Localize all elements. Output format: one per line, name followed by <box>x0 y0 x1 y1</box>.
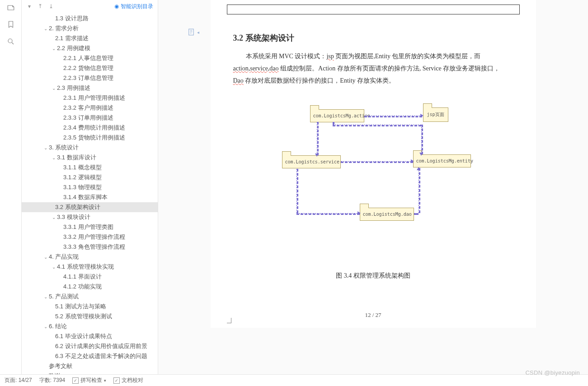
outline-item-label: 3.1.4 数据库脚本 <box>63 193 108 201</box>
outline-item[interactable]: 3.1.1 概念模型 <box>22 163 158 172</box>
pkg-dao: com.LogistcsMg.dao <box>360 208 414 221</box>
document-page: ◂ 3.2 系统架构设计 本系统采用 MVC 设计模式：jsp 页面为视图层,E… <box>211 0 536 328</box>
outline-item-label: 2.2.2 货物信息管理 <box>63 64 113 72</box>
outline-item[interactable]: 6.2 设计成果的实用价值或应用前景 <box>22 341 158 351</box>
outline-item[interactable]: 3.3.3 角色管理操作流程 <box>22 242 158 252</box>
outline-item-label: 6.2 设计成果的实用价值或应用前景 <box>55 342 147 350</box>
outline-item-label: 3.1 数据库设计 <box>57 153 96 162</box>
outline-item[interactable]: ⌄2.2 用例建模 <box>22 43 158 53</box>
outline-item[interactable]: 2.3.1 用户管理用例描述 <box>22 93 158 103</box>
chevron-down-icon[interactable]: ⌄ <box>51 265 57 270</box>
outline-item-label: 2.1 需求描述 <box>55 34 89 42</box>
outline-item[interactable]: 3.2 系统架构设计 <box>22 202 158 212</box>
bookmark-icon[interactable] <box>6 20 15 29</box>
status-bar: 页面: 14/27 字数: 7394 ✓ 拼写检查 ▾ ✓ 文档校对 <box>0 374 588 386</box>
smart-outline-button[interactable]: ◉ 智能识别目录 <box>114 3 153 10</box>
chevron-down-icon[interactable]: ⌄ <box>51 215 57 220</box>
outline-item[interactable]: 6.1 毕业设计成果特点 <box>22 331 158 341</box>
outline-item[interactable]: 5.1 测试方法与策略 <box>22 302 158 312</box>
document-viewport[interactable]: ◂ 3.2 系统架构设计 本系统采用 MVC 设计模式：jsp 页面为视图层,E… <box>158 0 588 386</box>
outline-item[interactable]: 2.2.3 订单信息管理 <box>22 73 158 83</box>
pkg-action: com.LogistcsMg.action <box>310 109 364 122</box>
page-break-mark <box>227 318 231 323</box>
status-spellcheck[interactable]: ✓ 拼写检查 ▾ <box>72 377 106 384</box>
expand-up-icon[interactable]: ⤒ <box>37 3 43 9</box>
outline-sidebar: ▾ ⤒ ⤓ ◉ 智能识别目录 1.3 设计思路⌄2. 需求分析2.1 需求描述⌄… <box>22 0 158 386</box>
chevron-down-icon[interactable]: ⌄ <box>51 46 57 51</box>
outline-item-label: 5.1 测试方法与策略 <box>55 302 106 311</box>
outline-item[interactable]: 2.3.4 费用统计用例描述 <box>22 123 158 133</box>
status-proofread[interactable]: ✓ 文档校对 <box>113 377 143 384</box>
outline-item-label: 6.3 不足之处或遗留未予解决的问题 <box>55 352 147 360</box>
svg-point-0 <box>8 39 12 43</box>
outline-item[interactable]: 1.3 设计思路 <box>22 14 158 23</box>
sidebar-toolbar: ▾ ⤒ ⤓ ◉ 智能识别目录 <box>22 0 158 13</box>
outline-item-label: 6.1 毕业设计成果特点 <box>55 332 112 340</box>
outline-item[interactable]: ⌄3.1 数据库设计 <box>22 153 158 163</box>
outline-item[interactable]: 2.3.3 订单用例描述 <box>22 113 158 123</box>
outline-item[interactable]: 3.1.2 逻辑模型 <box>22 172 158 182</box>
chevron-down-icon[interactable]: ⌄ <box>42 255 49 260</box>
outline-item-label: 2.3.5 货物统计用例描述 <box>63 134 125 142</box>
outline-list[interactable]: 1.3 设计思路⌄2. 需求分析2.1 需求描述⌄2.2 用例建模2.2.1 人… <box>22 13 158 386</box>
outline-item-label: 4.1.1 界面设计 <box>63 273 102 281</box>
outline-item[interactable]: 2.3.2 客户用例描述 <box>22 103 158 113</box>
outline-item-label: 4.1.2 功能实现 <box>63 283 102 291</box>
check-icon: ✓ <box>113 377 120 384</box>
chevron-down-icon[interactable]: ⌄ <box>42 145 49 150</box>
outline-item[interactable]: 4.1.1 界面设计 <box>22 272 158 282</box>
outline-item[interactable]: 2.2.1 人事信息管理 <box>22 53 158 63</box>
outline-item-label: 3.3.2 用户管理操作流程 <box>63 233 125 241</box>
chevron-down-icon[interactable]: ⌄ <box>42 324 49 329</box>
outline-item[interactable]: ⌄3. 系统设计 <box>22 143 158 153</box>
chevron-down-icon[interactable]: ⌄ <box>42 294 49 299</box>
outline-item[interactable]: 3.1.4 数据库脚本 <box>22 192 158 202</box>
outline-item-label: 3.3.1 用户管理类图 <box>63 223 113 231</box>
outline-item[interactable]: 参考文献 <box>22 361 158 371</box>
search-icon[interactable] <box>6 37 15 46</box>
outline-item[interactable]: 4.1.2 功能实现 <box>22 282 158 292</box>
outline-item[interactable]: ⌄4.1 系统管理模块实现 <box>22 262 158 272</box>
outline-item-label: 4. 产品实现 <box>49 253 79 261</box>
outline-item-label: 2.2.3 订单信息管理 <box>63 74 113 82</box>
outline-item-label: 2. 需求分析 <box>49 24 79 33</box>
chevron-down-icon[interactable]: ⌄ <box>51 86 57 91</box>
outline-item[interactable]: 6.3 不足之处或遗留未予解决的问题 <box>22 351 158 361</box>
page-mark-icon[interactable]: ◂ <box>187 28 195 37</box>
page-number: 12 / 27 <box>211 312 536 319</box>
check-icon: ✓ <box>72 377 79 384</box>
expand-down-icon[interactable]: ⤓ <box>48 3 54 9</box>
pkg-jsp: jsp页面 <box>423 107 448 122</box>
body-paragraph: Dao 存放对底层数据经行操作的接口，Entity 存放实体类。 <box>233 75 513 86</box>
outline-item-label: 1.3 设计思路 <box>55 14 89 23</box>
outline-item[interactable]: ⌄4. 产品实现 <box>22 252 158 262</box>
outline-item[interactable]: 2.3.5 货物统计用例描述 <box>22 133 158 143</box>
outline-item[interactable]: ⌄2.3 用例描述 <box>22 83 158 93</box>
chevron-down-icon[interactable]: ⌄ <box>51 155 57 160</box>
status-word-count[interactable]: 字数: 7394 <box>39 377 65 384</box>
outline-item-label: 参考文献 <box>49 362 72 370</box>
outline-item[interactable]: 2.2.2 货物信息管理 <box>22 63 158 73</box>
collapse-icon[interactable]: ▾ <box>26 3 33 9</box>
outline-item-label: 6. 结论 <box>49 322 67 330</box>
outline-item[interactable]: ⌄6. 结论 <box>22 321 158 331</box>
architecture-diagram: com.LogistcsMg.action jsp页面 com.Logistcs… <box>278 109 468 245</box>
outline-item-label: 2.3 用例描述 <box>57 84 90 92</box>
outline-item[interactable]: 2.1 需求描述 <box>22 33 158 43</box>
outline-item-label: 4.1 系统管理模块实现 <box>57 263 114 271</box>
outline-item[interactable]: 3.3.2 用户管理操作流程 <box>22 232 158 242</box>
outline-item[interactable]: ⌄3.3 模块设计 <box>22 212 158 222</box>
chip-icon: ◉ <box>114 3 119 9</box>
svg-rect-1 <box>188 29 193 35</box>
outline-item[interactable]: ⌄2. 需求分析 <box>22 23 158 33</box>
outline-item[interactable]: 5.2 系统管理模块测试 <box>22 312 158 321</box>
outline-item-label: 2.3.2 客户用例描述 <box>63 104 113 112</box>
chevron-down-icon[interactable]: ⌄ <box>42 26 49 31</box>
outline-item[interactable]: 3.1.3 物理模型 <box>22 182 158 192</box>
status-page[interactable]: 页面: 14/27 <box>5 377 32 384</box>
outline-item[interactable]: ⌄5. 产品测试 <box>22 292 158 302</box>
outline-item[interactable]: 3.3.1 用户管理类图 <box>22 222 158 232</box>
table-outline-box <box>227 5 520 14</box>
pkg-entity: com.LogistcsMg.entity <box>413 154 471 167</box>
file-icon[interactable] <box>6 3 15 12</box>
